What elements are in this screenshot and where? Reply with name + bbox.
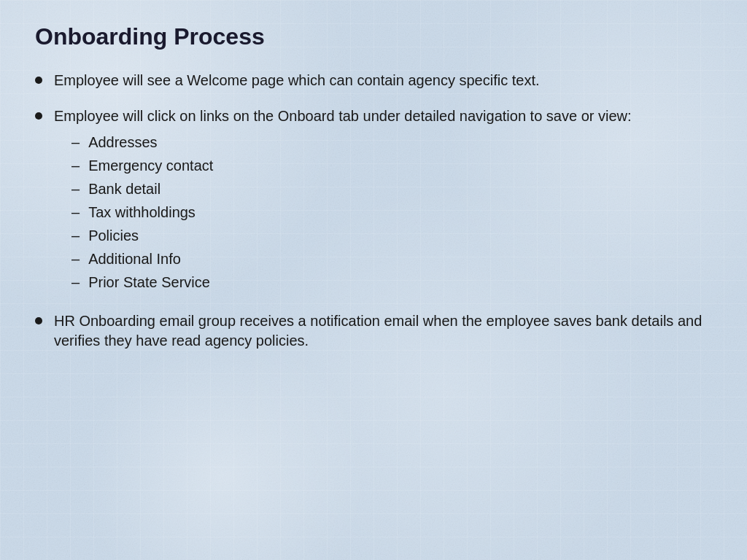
dash-3: – xyxy=(71,179,80,199)
bullet-text-2-container: Employee will click on links on the Onbo… xyxy=(54,106,712,295)
sub-text-addresses: Addresses xyxy=(88,132,158,152)
sub-text-bank: Bank detail xyxy=(88,179,160,199)
bullet-item-3: HR Onboarding email group receives a not… xyxy=(35,311,712,351)
slide: Onboarding Process Employee will see a W… xyxy=(0,0,747,560)
dash-7: – xyxy=(71,272,80,292)
sub-item-bank: – Bank detail xyxy=(71,179,712,199)
main-bullet-list: Employee will see a Welcome page which c… xyxy=(35,71,712,351)
sub-text-additional-info: Additional Info xyxy=(88,249,181,269)
dash-1: – xyxy=(71,132,80,152)
sub-item-additional-info: – Additional Info xyxy=(71,249,712,269)
dash-6: – xyxy=(71,249,80,269)
dash-2: – xyxy=(71,155,80,176)
sub-item-emergency: – Emergency contact xyxy=(71,155,712,176)
bullet-dot-2 xyxy=(35,112,42,120)
bullet-item-1: Employee will see a Welcome page which c… xyxy=(35,71,712,90)
sub-bullet-list: – Addresses – Emergency contact – Bank d… xyxy=(54,132,712,292)
bullet-text-3: HR Onboarding email group receives a not… xyxy=(54,311,712,351)
sub-item-addresses: – Addresses xyxy=(71,132,712,152)
bullet-text-2: Employee will click on links on the Onbo… xyxy=(54,108,632,124)
sub-item-policies: – Policies xyxy=(71,225,712,246)
dash-4: – xyxy=(71,202,80,222)
sub-item-prior-state: – Prior State Service xyxy=(71,272,712,292)
sub-text-prior-state: Prior State Service xyxy=(88,272,210,292)
bullet-dot-1 xyxy=(35,77,42,84)
bullet-item-2: Employee will click on links on the Onbo… xyxy=(35,106,712,295)
sub-text-policies: Policies xyxy=(88,225,139,246)
sub-item-tax: – Tax withholdings xyxy=(71,202,712,222)
slide-content: Onboarding Process Employee will see a W… xyxy=(35,23,712,351)
bullet-dot-3 xyxy=(35,317,42,324)
bullet-text-1: Employee will see a Welcome page which c… xyxy=(54,71,712,90)
dash-5: – xyxy=(71,225,80,246)
sub-text-tax: Tax withholdings xyxy=(88,202,196,222)
slide-title: Onboarding Process xyxy=(35,23,712,50)
sub-text-emergency: Emergency contact xyxy=(88,155,213,176)
